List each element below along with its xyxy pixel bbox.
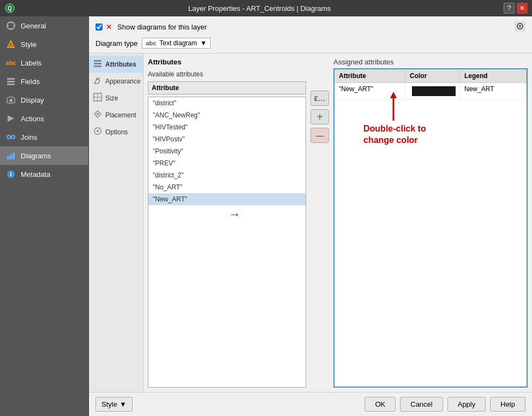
epsilon-label: ε... (314, 93, 325, 103)
diagrams-icon (5, 150, 16, 161)
svg-rect-18 (13, 153, 15, 159)
svg-rect-9 (7, 81, 15, 82)
sidebar-general-label: General (21, 22, 46, 30)
sidebar-joins-label: Joins (21, 133, 37, 141)
col-color: Color (405, 69, 460, 82)
bottom-right: OK Cancel Apply Help (364, 397, 525, 412)
sub-nav-appearance[interactable]: Appearance (89, 73, 143, 90)
appearance-sub-icon (93, 76, 102, 86)
sidebar-metadata-label: Metadata (21, 170, 50, 179)
remove-attribute-button[interactable]: — (310, 128, 329, 143)
epsilon-button[interactable]: ε... (310, 91, 329, 106)
sidebar-fields-label: Fields (21, 78, 40, 86)
sub-nav-appearance-label: Appearance (105, 78, 141, 85)
svg-point-32 (97, 113, 99, 115)
svg-rect-26 (94, 66, 101, 67)
svg-rect-8 (7, 78, 15, 80)
title-bar: Q Layer Properties - ART_Centroids | Dia… (0, 0, 532, 16)
sidebar-style-label: Style (21, 40, 37, 49)
show-diagrams-label: Show diagrams for this layer (117, 23, 207, 31)
size-sub-icon (93, 93, 102, 103)
fields-icon (5, 76, 16, 87)
attr-item-prev[interactable]: "PREV" (148, 157, 306, 169)
sidebar-actions-label: Actions (21, 115, 44, 123)
action-buttons: ε... + — (310, 58, 329, 388)
attr-item-hivtested[interactable]: "HIVTested" (148, 121, 306, 133)
sidebar-item-joins[interactable]: Joins (0, 128, 88, 146)
color-swatch (412, 86, 456, 96)
available-attributes-section: Attributes Available attributes Attribut… (148, 58, 306, 388)
sidebar-item-labels[interactable]: abc Labels (0, 54, 88, 72)
table-row[interactable]: "New_ART" New_ART (334, 83, 527, 100)
attribute-col-header: Attribute (148, 81, 306, 94)
style-button[interactable]: Style ▼ (95, 397, 133, 412)
table-header: Attribute Color Legend (334, 69, 527, 83)
attr-item-hivpostv[interactable]: "HIVPostv" (148, 133, 306, 145)
sub-nav-placement-label: Placement (105, 111, 136, 119)
attributes-sub-icon (93, 59, 102, 69)
bottom-bar: Style ▼ OK Cancel Apply Help (89, 392, 532, 416)
sidebar-labels-label: Labels (21, 59, 41, 67)
attr-item-noart[interactable]: "No_ART" (148, 181, 306, 193)
cancel-button[interactable]: Cancel (400, 397, 443, 412)
sidebar-item-fields[interactable]: Fields (0, 72, 88, 91)
sub-nav-options[interactable]: Options (89, 123, 143, 140)
actions-icon (5, 113, 16, 124)
attr-item-district2[interactable]: "district_2" (148, 169, 306, 181)
panel-label: Attributes (148, 58, 306, 66)
attr-item-anc[interactable]: "ANC_NewReg" (148, 109, 306, 121)
assigned-attributes-table: Attribute Color Legend "New_ART" New_ART (333, 68, 528, 388)
assigned-color-cell[interactable] (405, 83, 460, 99)
attributes-panel: Attributes Available attributes Attribut… (144, 54, 532, 392)
sub-nav-placement[interactable]: Placement (89, 106, 143, 123)
sidebar-display-label: Display (21, 96, 44, 104)
close-window-button[interactable]: ✕ (517, 3, 528, 14)
options-sub-icon (93, 127, 102, 137)
content-area: ✕ Show diagrams for this layer Diagram t… (89, 16, 532, 416)
svg-rect-16 (7, 156, 9, 159)
assigned-legend-value: New_ART (460, 83, 527, 99)
joins-icon (5, 132, 16, 142)
sub-nav-size-label: Size (105, 94, 118, 102)
col-attribute: Attribute (334, 69, 405, 82)
ok-button[interactable]: OK (364, 397, 396, 412)
apply-button[interactable]: Apply (447, 397, 486, 412)
sidebar-item-display[interactable]: Display (0, 91, 88, 109)
attr-item-district[interactable]: "district" (148, 97, 306, 109)
svg-text:Q: Q (8, 5, 12, 11)
general-icon (5, 20, 16, 31)
qgis-logo-icon: Q (4, 3, 15, 14)
svg-rect-17 (10, 154, 12, 159)
placement-sub-icon (93, 110, 102, 120)
svg-point-11 (9, 99, 13, 102)
diagram-type-value: Text diagram (159, 39, 197, 47)
show-diagrams-checkbox[interactable] (95, 23, 103, 31)
diagram-type-label: Diagram type (95, 39, 138, 47)
svg-point-34 (97, 130, 99, 132)
sidebar: General Style abc Labels Fields Display (0, 16, 89, 416)
svg-rect-10 (7, 84, 15, 85)
sidebar-item-general[interactable]: General (0, 16, 88, 35)
window-title: Layer Properties - ART_Centroids | Diagr… (15, 4, 504, 13)
sidebar-item-actions[interactable]: Actions (0, 109, 88, 128)
help-button[interactable]: Help (490, 397, 525, 412)
sub-nav-size[interactable]: Size (89, 90, 143, 106)
help-window-button[interactable]: ? (504, 3, 515, 14)
sidebar-item-metadata[interactable]: i Metadata (0, 165, 88, 183)
svg-point-14 (11, 135, 15, 139)
diagram-settings-icon[interactable] (515, 21, 525, 32)
sidebar-item-diagrams[interactable]: Diagrams (0, 146, 88, 165)
attr-item-positivity[interactable]: "Positivity" (148, 145, 306, 157)
attr-item-newart[interactable]: "New_ART" (148, 193, 306, 205)
labels-icon: abc (5, 57, 16, 68)
sidebar-diagrams-label: Diagrams (21, 152, 51, 160)
diagram-type-dropdown[interactable]: abc Text diagram ▼ (142, 38, 211, 49)
sub-nav-attributes-label: Attributes (105, 61, 136, 68)
style-label: Style (101, 400, 117, 408)
sidebar-item-style[interactable]: Style (0, 35, 88, 54)
svg-text:i: i (10, 171, 11, 177)
available-attributes-list: "district" "ANC_NewReg" "HIVTested" "HIV… (148, 97, 306, 388)
middle-section: Attributes Appearance Size (89, 54, 532, 392)
add-attribute-button[interactable]: + (310, 109, 329, 124)
sub-nav-attributes[interactable]: Attributes (89, 56, 143, 73)
